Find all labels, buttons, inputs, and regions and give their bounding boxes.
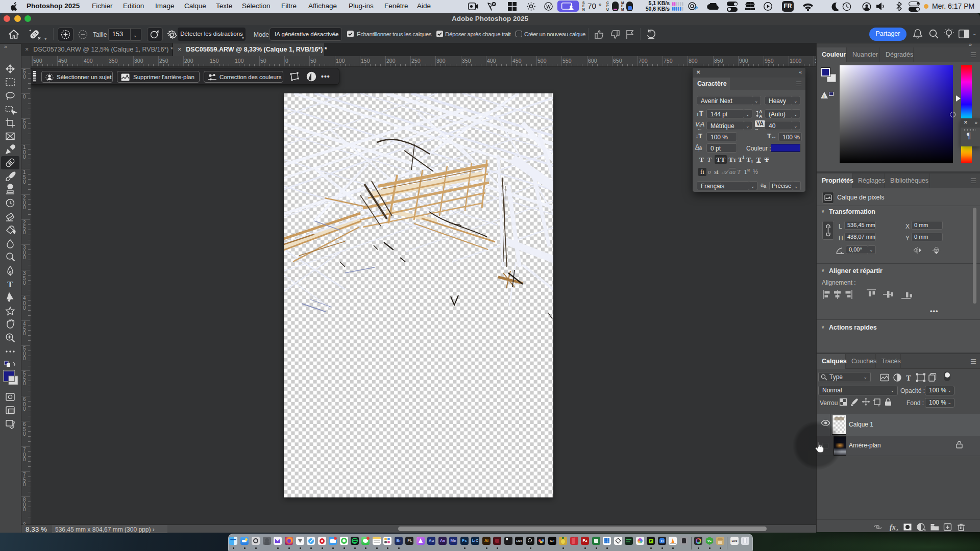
svg-text:T: T <box>906 374 911 382</box>
svg-text:T: T <box>7 280 13 289</box>
svg-text:fx: fx <box>890 523 896 531</box>
svg-text:A: A <box>759 114 763 119</box>
